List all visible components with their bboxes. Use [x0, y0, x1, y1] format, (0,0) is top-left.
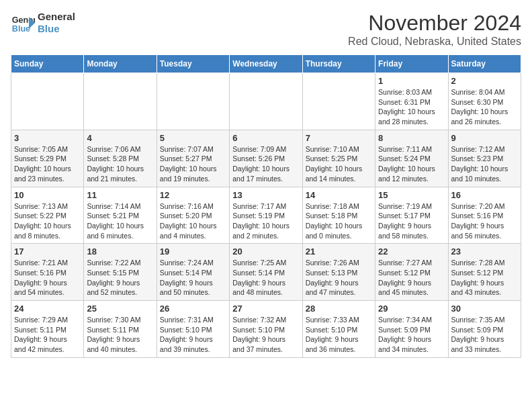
day-number: 26 [160, 304, 226, 314]
day-detail: Sunrise: 7:28 AM Sunset: 5:12 PM Dayligh… [451, 258, 518, 298]
day-detail: Sunrise: 7:11 AM Sunset: 5:24 PM Dayligh… [378, 144, 445, 184]
weekday-header-friday: Friday [375, 55, 448, 73]
day-number: 14 [306, 190, 372, 200]
day-detail: Sunrise: 7:24 AM Sunset: 5:14 PM Dayligh… [160, 258, 226, 298]
page-title: November 2024 [348, 11, 521, 36]
calendar-cell: 27Sunrise: 7:32 AM Sunset: 5:10 PM Dayli… [230, 301, 302, 358]
day-detail: Sunrise: 7:22 AM Sunset: 5:15 PM Dayligh… [87, 258, 153, 298]
day-detail: Sunrise: 7:29 AM Sunset: 5:11 PM Dayligh… [14, 315, 81, 355]
calendar-cell: 23Sunrise: 7:28 AM Sunset: 5:12 PM Dayli… [448, 244, 521, 301]
day-number: 13 [232, 190, 299, 200]
day-detail: Sunrise: 7:07 AM Sunset: 5:27 PM Dayligh… [160, 144, 226, 184]
calendar-cell: 20Sunrise: 7:25 AM Sunset: 5:14 PM Dayli… [230, 244, 302, 301]
calendar-cell: 11Sunrise: 7:14 AM Sunset: 5:21 PM Dayli… [84, 187, 157, 244]
calendar-cell: 7Sunrise: 7:10 AM Sunset: 5:25 PM Daylig… [302, 130, 375, 187]
day-detail: Sunrise: 7:26 AM Sunset: 5:13 PM Dayligh… [306, 258, 372, 298]
calendar-cell: 9Sunrise: 7:12 AM Sunset: 5:23 PM Daylig… [448, 130, 521, 187]
calendar-cell: 12Sunrise: 7:16 AM Sunset: 5:20 PM Dayli… [157, 187, 229, 244]
day-detail: Sunrise: 7:35 AM Sunset: 5:09 PM Dayligh… [451, 315, 518, 355]
calendar-cell: 18Sunrise: 7:22 AM Sunset: 5:15 PM Dayli… [84, 244, 157, 301]
calendar-cell: 21Sunrise: 7:26 AM Sunset: 5:13 PM Dayli… [302, 244, 375, 301]
weekday-header-saturday: Saturday [448, 55, 521, 73]
calendar-cell: 26Sunrise: 7:31 AM Sunset: 5:10 PM Dayli… [157, 301, 229, 358]
day-number: 10 [14, 190, 81, 200]
page-subtitle: Red Cloud, Nebraska, United States [348, 36, 521, 48]
day-detail: Sunrise: 7:16 AM Sunset: 5:20 PM Dayligh… [160, 201, 226, 241]
calendar-cell: 15Sunrise: 7:19 AM Sunset: 5:17 PM Dayli… [375, 187, 448, 244]
day-number: 25 [87, 304, 153, 314]
svg-text:Blue: Blue [12, 24, 30, 34]
day-detail: Sunrise: 7:19 AM Sunset: 5:17 PM Dayligh… [378, 201, 445, 241]
calendar-cell: 4Sunrise: 7:06 AM Sunset: 5:28 PM Daylig… [84, 130, 157, 187]
day-number: 15 [378, 190, 445, 200]
weekday-header-wednesday: Wednesday [230, 55, 302, 73]
calendar-cell [230, 73, 302, 130]
calendar-cell: 24Sunrise: 7:29 AM Sunset: 5:11 PM Dayli… [11, 301, 84, 358]
day-detail: Sunrise: 7:31 AM Sunset: 5:10 PM Dayligh… [160, 315, 226, 355]
calendar-cell [11, 73, 84, 130]
week-row-1: 1Sunrise: 8:03 AM Sunset: 6:31 PM Daylig… [11, 73, 521, 130]
day-detail: Sunrise: 7:32 AM Sunset: 5:10 PM Dayligh… [232, 315, 299, 355]
calendar-cell: 6Sunrise: 7:09 AM Sunset: 5:26 PM Daylig… [230, 130, 302, 187]
day-number: 11 [87, 190, 153, 200]
calendar-cell: 25Sunrise: 7:30 AM Sunset: 5:11 PM Dayli… [84, 301, 157, 358]
day-detail: Sunrise: 7:09 AM Sunset: 5:26 PM Dayligh… [232, 144, 299, 184]
day-detail: Sunrise: 7:14 AM Sunset: 5:21 PM Dayligh… [87, 201, 153, 241]
logo-line1: General [38, 11, 75, 23]
day-detail: Sunrise: 7:30 AM Sunset: 5:11 PM Dayligh… [87, 315, 153, 355]
day-number: 2 [451, 76, 518, 86]
calendar-table: SundayMondayTuesdayWednesdayThursdayFrid… [11, 54, 521, 358]
calendar-cell: 5Sunrise: 7:07 AM Sunset: 5:27 PM Daylig… [157, 130, 229, 187]
day-detail: Sunrise: 8:03 AM Sunset: 6:31 PM Dayligh… [378, 87, 445, 127]
day-detail: Sunrise: 7:27 AM Sunset: 5:12 PM Dayligh… [378, 258, 445, 298]
calendar-cell [84, 73, 157, 130]
day-number: 24 [14, 304, 81, 314]
weekday-header-tuesday: Tuesday [157, 55, 229, 73]
day-number: 17 [14, 246, 81, 257]
title-block: November 2024 Red Cloud, Nebraska, Unite… [348, 11, 521, 48]
day-detail: Sunrise: 7:34 AM Sunset: 5:09 PM Dayligh… [378, 315, 445, 355]
calendar-cell [302, 73, 375, 130]
week-row-2: 3Sunrise: 7:05 AM Sunset: 5:29 PM Daylig… [11, 130, 521, 187]
week-row-5: 24Sunrise: 7:29 AM Sunset: 5:11 PM Dayli… [11, 301, 521, 358]
day-number: 7 [306, 133, 372, 143]
day-number: 20 [232, 246, 299, 257]
day-number: 1 [378, 76, 445, 86]
weekday-header-monday: Monday [84, 55, 157, 73]
day-number: 5 [160, 133, 226, 143]
day-number: 18 [87, 246, 153, 257]
day-number: 3 [14, 133, 81, 143]
week-row-4: 17Sunrise: 7:21 AM Sunset: 5:16 PM Dayli… [11, 244, 521, 301]
day-detail: Sunrise: 7:05 AM Sunset: 5:29 PM Dayligh… [14, 144, 81, 184]
logo-icon: General Blue [11, 11, 35, 35]
day-detail: Sunrise: 8:04 AM Sunset: 6:30 PM Dayligh… [451, 87, 518, 127]
calendar-cell: 28Sunrise: 7:33 AM Sunset: 5:10 PM Dayli… [302, 301, 375, 358]
day-number: 30 [451, 304, 518, 314]
page-header: General Blue General Blue November 2024 … [11, 11, 521, 48]
day-number: 6 [232, 133, 299, 143]
day-number: 4 [87, 133, 153, 143]
day-number: 22 [378, 246, 445, 257]
day-number: 16 [451, 190, 518, 200]
calendar-cell: 3Sunrise: 7:05 AM Sunset: 5:29 PM Daylig… [11, 130, 84, 187]
day-number: 23 [451, 246, 518, 257]
day-number: 27 [232, 304, 299, 314]
day-number: 28 [306, 304, 372, 314]
weekday-header-row: SundayMondayTuesdayWednesdayThursdayFrid… [11, 55, 521, 73]
day-detail: Sunrise: 7:10 AM Sunset: 5:25 PM Dayligh… [306, 144, 372, 184]
calendar-cell: 17Sunrise: 7:21 AM Sunset: 5:16 PM Dayli… [11, 244, 84, 301]
day-detail: Sunrise: 7:20 AM Sunset: 5:16 PM Dayligh… [451, 201, 518, 241]
day-number: 29 [378, 304, 445, 314]
calendar-cell [157, 73, 229, 130]
day-detail: Sunrise: 7:06 AM Sunset: 5:28 PM Dayligh… [87, 144, 153, 184]
calendar-cell: 22Sunrise: 7:27 AM Sunset: 5:12 PM Dayli… [375, 244, 448, 301]
calendar-cell: 10Sunrise: 7:13 AM Sunset: 5:22 PM Dayli… [11, 187, 84, 244]
calendar-cell: 29Sunrise: 7:34 AM Sunset: 5:09 PM Dayli… [375, 301, 448, 358]
calendar-cell: 1Sunrise: 8:03 AM Sunset: 6:31 PM Daylig… [375, 73, 448, 130]
day-detail: Sunrise: 7:13 AM Sunset: 5:22 PM Dayligh… [14, 201, 81, 241]
logo-line2: Blue [38, 23, 75, 35]
day-number: 8 [378, 133, 445, 143]
calendar-cell: 2Sunrise: 8:04 AM Sunset: 6:30 PM Daylig… [448, 73, 521, 130]
week-row-3: 10Sunrise: 7:13 AM Sunset: 5:22 PM Dayli… [11, 187, 521, 244]
calendar-cell: 14Sunrise: 7:18 AM Sunset: 5:18 PM Dayli… [302, 187, 375, 244]
